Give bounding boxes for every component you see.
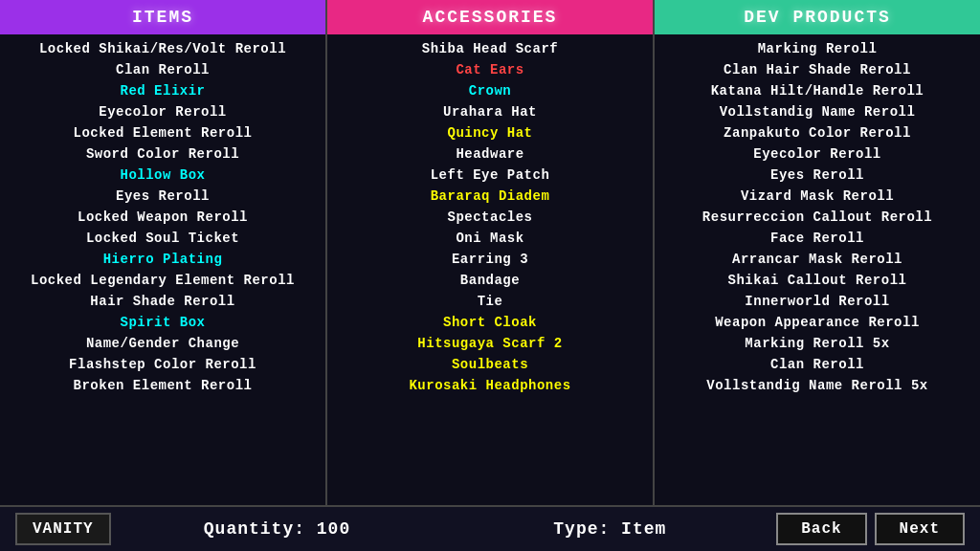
list-item[interactable]: Spectacles xyxy=(327,207,653,228)
quantity-label: Quantity: 100 xyxy=(111,519,444,539)
list-item[interactable]: Hitsugaya Scarf 2 xyxy=(327,333,653,354)
list-item[interactable]: Headware xyxy=(327,143,653,165)
list-item[interactable]: Katana Hilt/Handle Reroll xyxy=(655,80,980,101)
list-item[interactable]: Flashstep Color Reroll xyxy=(0,354,325,375)
list-item[interactable]: Bararaq Diadem xyxy=(327,186,653,207)
list-item[interactable]: Locked Weapon Reroll xyxy=(0,207,325,228)
list-item[interactable]: Clan Reroll xyxy=(0,59,325,80)
list-item[interactable]: Tie xyxy=(327,291,653,312)
list-item[interactable]: Locked Legendary Element Reroll xyxy=(0,270,325,291)
dev-products-column: DEV PRODUCTS Marking RerollClan Hair Sha… xyxy=(655,0,980,505)
accessories-list[interactable]: Shiba Head ScarfCat EarsCrownUrahara Hat… xyxy=(327,34,653,505)
list-item[interactable]: Short Cloak xyxy=(327,312,653,333)
list-item[interactable]: Hierro Plating xyxy=(0,249,325,270)
list-item[interactable]: Sword Color Reroll xyxy=(0,143,325,165)
type-label: Type: Item xyxy=(443,519,776,539)
list-item[interactable]: Spirit Box xyxy=(0,312,325,333)
list-item[interactable]: Weapon Appearance Reroll xyxy=(655,312,980,333)
list-item[interactable]: Broken Element Reroll xyxy=(0,375,325,396)
next-button[interactable]: Next xyxy=(875,513,965,545)
footer: VANITY Quantity: 100 Type: Item Back Nex… xyxy=(0,505,980,551)
list-item[interactable]: Face Reroll xyxy=(655,228,980,249)
list-item[interactable]: Oni Mask xyxy=(327,228,653,249)
list-item[interactable]: Locked Soul Ticket xyxy=(0,228,325,249)
list-item[interactable]: Vizard Mask Reroll xyxy=(655,186,980,207)
list-item[interactable]: Soulbeats xyxy=(327,354,653,375)
list-item[interactable]: Quincy Hat xyxy=(327,122,653,143)
list-item[interactable]: Resurreccion Callout Reroll xyxy=(655,207,980,228)
items-list[interactable]: Locked Shikai/Res/Volt RerollClan Reroll… xyxy=(0,34,325,505)
items-column: ITEMS Locked Shikai/Res/Volt RerollClan … xyxy=(0,0,327,505)
items-header: ITEMS xyxy=(0,0,325,34)
list-item[interactable]: Eyes Reroll xyxy=(655,165,980,186)
list-item[interactable]: Earring 3 xyxy=(327,249,653,270)
list-item[interactable]: Eyecolor Reroll xyxy=(0,101,325,122)
list-item[interactable]: Name/Gender Change xyxy=(0,333,325,354)
accessories-header: ACCESSORIES xyxy=(327,0,653,34)
list-item[interactable]: Kurosaki Headphones xyxy=(327,375,653,396)
list-item[interactable]: Clan Reroll xyxy=(655,354,980,375)
list-item[interactable]: Marking Reroll xyxy=(655,38,980,59)
list-item[interactable]: Innerworld Reroll xyxy=(655,291,980,312)
list-item[interactable]: Shiba Head Scarf xyxy=(327,38,653,59)
list-item[interactable]: Crown xyxy=(327,80,653,101)
list-item[interactable]: Bandage xyxy=(327,270,653,291)
back-button[interactable]: Back xyxy=(776,513,866,545)
list-item[interactable]: Shikai Callout Reroll xyxy=(655,270,980,291)
list-item[interactable]: Urahara Hat xyxy=(327,101,653,122)
accessories-column: ACCESSORIES Shiba Head ScarfCat EarsCrow… xyxy=(327,0,655,505)
main-content: ITEMS Locked Shikai/Res/Volt RerollClan … xyxy=(0,0,980,505)
list-item[interactable]: Marking Reroll 5x xyxy=(655,333,980,354)
list-item[interactable]: Locked Shikai/Res/Volt Reroll xyxy=(0,38,325,59)
vanity-button[interactable]: VANITY xyxy=(15,513,111,545)
list-item[interactable]: Eyes Reroll xyxy=(0,186,325,207)
dev-products-list[interactable]: Marking RerollClan Hair Shade RerollKata… xyxy=(655,34,980,505)
footer-buttons: Back Next xyxy=(776,513,965,545)
list-item[interactable]: Vollstandig Name Reroll 5x xyxy=(655,375,980,396)
list-item[interactable]: Arrancar Mask Reroll xyxy=(655,249,980,270)
list-item[interactable]: Hollow Box xyxy=(0,165,325,186)
list-item[interactable]: Locked Element Reroll xyxy=(0,122,325,143)
list-item[interactable]: Cat Ears xyxy=(327,59,653,80)
list-item[interactable]: Eyecolor Reroll xyxy=(655,143,980,165)
list-item[interactable]: Hair Shade Reroll xyxy=(0,291,325,312)
list-item[interactable]: Red Elixir xyxy=(0,80,325,101)
list-item[interactable]: Left Eye Patch xyxy=(327,165,653,186)
dev-products-header: DEV PRODUCTS xyxy=(655,0,980,34)
list-item[interactable]: Clan Hair Shade Reroll xyxy=(655,59,980,80)
list-item[interactable]: Vollstandig Name Reroll xyxy=(655,101,980,122)
list-item[interactable]: Zanpakuto Color Reroll xyxy=(655,122,980,143)
